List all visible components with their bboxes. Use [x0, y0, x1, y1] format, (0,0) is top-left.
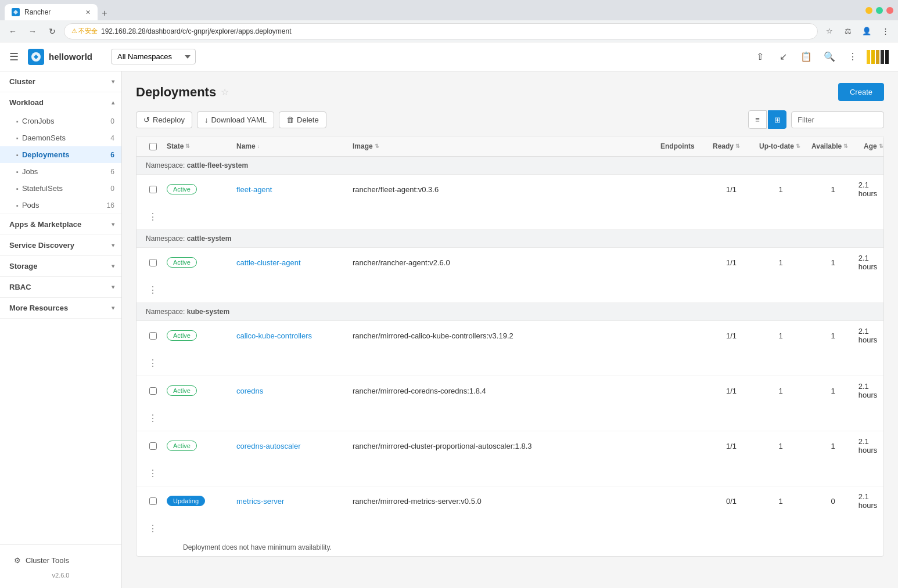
coredns-link[interactable]: coredns [236, 387, 263, 395]
sidebar-cluster-header[interactable]: Cluster ▾ [0, 71, 121, 92]
header-age[interactable]: Age ⇅ [859, 136, 877, 156]
daemonsets-icon: ▪ [16, 135, 19, 142]
daemonsets-count: 4 [110, 134, 114, 142]
coredns-autoscaler-more-button[interactable]: ⋮ [148, 466, 157, 480]
sidebar-more-resources-header[interactable]: More Resources ▾ [0, 298, 121, 318]
sidebar-item-daemonsets[interactable]: ▪ DaemonSets 4 [0, 129, 121, 146]
row-checkbox[interactable] [149, 186, 157, 193]
active-tab[interactable]: Rancher ✕ [5, 4, 98, 20]
metrics-server-more-button[interactable]: ⋮ [148, 521, 157, 535]
coredns-more-button[interactable]: ⋮ [148, 411, 157, 425]
bookmark-star-icon[interactable]: ☆ [821, 23, 838, 39]
metrics-server-image: rancher/mirrored-metrics-server:v0.5.0 [353, 497, 482, 506]
available-header-label: Available [811, 142, 842, 150]
metrics-server-link[interactable]: metrics-server [236, 497, 284, 506]
row-checkbox-cell [143, 437, 162, 456]
profile-icon[interactable]: 👤 [859, 23, 875, 39]
browser-chrome: Rancher ✕ + [0, 0, 898, 20]
namespace-selector[interactable]: All Namespaces default kube-system cattl… [111, 49, 196, 64]
cronjobs-count: 0 [110, 117, 114, 125]
cluster-tools-button[interactable]: ⚙ Cluster Tools [7, 551, 114, 569]
row-checkbox-cell [143, 492, 162, 511]
grid-view-button[interactable]: ⊞ [768, 110, 786, 129]
sidebar-storage-label: Storage [9, 262, 37, 270]
calico-age-cell: 2.1 hours [859, 321, 877, 350]
deployments-table: State ⇅ Name ↓ Image ⇅ Endpoints [136, 136, 884, 557]
sidebar-workload-header[interactable]: Workload ▴ [0, 92, 121, 113]
sidebar-service-discovery-section: Service Discovery ▾ [0, 235, 121, 256]
favorite-star-icon[interactable]: ☆ [221, 86, 229, 98]
sidebar-toggle-button[interactable]: ☰ [9, 50, 19, 63]
coredns-autoscaler-endpoints-cell [656, 440, 708, 452]
pods-icon: ▪ [16, 202, 19, 209]
redeploy-button[interactable]: ↺ Redeploy [136, 111, 192, 128]
sidebar-storage-header[interactable]: Storage ▾ [0, 256, 121, 276]
create-button[interactable]: Create [838, 83, 884, 101]
extensions-icon[interactable]: ⚖ [840, 23, 856, 39]
header-available[interactable]: Available ⇅ [807, 136, 859, 156]
calico-up-to-date-cell: 1 [755, 326, 807, 346]
sidebar-item-jobs[interactable]: ▪ Jobs 6 [0, 163, 121, 180]
row-checkbox[interactable] [149, 387, 157, 395]
row-checkbox[interactable] [149, 332, 157, 340]
statefulsets-icon: ▪ [16, 185, 19, 192]
sidebar-apps-header[interactable]: Apps & Marketplace ▾ [0, 214, 121, 235]
cattle-cluster-agent-more-button[interactable]: ⋮ [148, 283, 157, 297]
new-tab-button[interactable]: + [98, 6, 112, 20]
minimize-button[interactable] [865, 7, 872, 14]
header-name[interactable]: Name ↓ [232, 136, 348, 156]
coredns-available-cell: 1 [807, 381, 859, 401]
menu-icon[interactable]: ⋮ [877, 23, 893, 39]
calico-kube-controllers-link[interactable]: calico-kube-controllers [236, 331, 312, 340]
maximize-button[interactable] [876, 7, 883, 14]
row-checkbox[interactable] [149, 442, 157, 450]
upload-icon[interactable]: ⇧ [750, 48, 769, 66]
sidebar-item-deployments[interactable]: ▪ Deployments 6 [0, 146, 121, 163]
sidebar-rbac-section: RBAC ▾ [0, 277, 121, 298]
calico-more-button[interactable]: ⋮ [148, 356, 157, 370]
header-up-to-date[interactable]: Up-to-date ⇅ [755, 136, 807, 156]
color-bar-darker [885, 50, 889, 64]
header-ready[interactable]: Ready ⇅ [708, 136, 755, 156]
cattle-cluster-agent-link[interactable]: cattle-cluster-agent [236, 258, 301, 267]
download-yaml-button[interactable]: ↓ Download YAML [197, 111, 274, 128]
more-options-button[interactable]: ⋮ [843, 48, 862, 66]
header-endpoints[interactable]: Endpoints [656, 136, 708, 156]
delete-button[interactable]: 🗑 Delete [279, 111, 326, 128]
notebook-icon[interactable]: 📋 [797, 48, 816, 66]
sidebar-item-statefulsets[interactable]: ▪ StatefulSets 0 [0, 180, 121, 197]
view-toggle: ≡ ⊞ [748, 110, 786, 129]
forward-button[interactable]: → [24, 23, 41, 39]
page-title-area: Deployments ☆ [136, 85, 229, 100]
back-button[interactable]: ← [5, 23, 21, 39]
import-icon[interactable]: ↙ [774, 48, 792, 66]
browser-toolbar: ← → ↻ ⚠ 不安全 192.168.28.28/dashboard/c/c-… [0, 20, 898, 42]
storage-chevron-down-icon: ▾ [112, 263, 114, 269]
header-state[interactable]: State ⇅ [162, 136, 232, 156]
header-image[interactable]: Image ⇅ [348, 136, 656, 156]
fleet-agent-link[interactable]: fleet-agent [236, 185, 272, 194]
sidebar-service-discovery-header[interactable]: Service Discovery ▾ [0, 235, 121, 255]
coredns-autoscaler-link[interactable]: coredns-autoscaler [236, 442, 301, 450]
coredns-autoscaler-image-cell: rancher/mirrored-cluster-proportional-au… [348, 436, 656, 456]
address-bar[interactable]: ⚠ 不安全 192.168.28.28/dashboard/c/c-gnprj/… [64, 23, 818, 39]
table-row: Updating metrics-server rancher/mirrored… [137, 486, 883, 556]
row-checkbox[interactable] [149, 259, 157, 266]
refresh-button[interactable]: ↻ [44, 23, 60, 39]
row-checkbox[interactable] [149, 497, 157, 505]
namespace-row-cattle-system: Namespace: cattle-system [137, 230, 883, 248]
sidebar-item-cronjobs[interactable]: ▪ CronJobs 0 [0, 113, 121, 129]
fleet-agent-up-to-date-cell: 1 [755, 179, 807, 200]
sidebar-item-pods[interactable]: ▪ Pods 16 [0, 197, 121, 214]
tab-close-button[interactable]: ✕ [85, 9, 91, 16]
fleet-agent-more-button[interactable]: ⋮ [148, 210, 157, 223]
more-resources-chevron-down-icon: ▾ [112, 305, 114, 311]
color-bar-yellow [867, 50, 870, 64]
search-button[interactable]: 🔍 [820, 48, 839, 66]
filter-input[interactable] [791, 111, 884, 128]
rancher-logo-colors [867, 50, 889, 64]
close-button[interactable] [886, 7, 893, 14]
list-view-button[interactable]: ≡ [748, 110, 767, 129]
sidebar-rbac-header[interactable]: RBAC ▾ [0, 277, 121, 297]
select-all-checkbox[interactable] [149, 143, 157, 150]
